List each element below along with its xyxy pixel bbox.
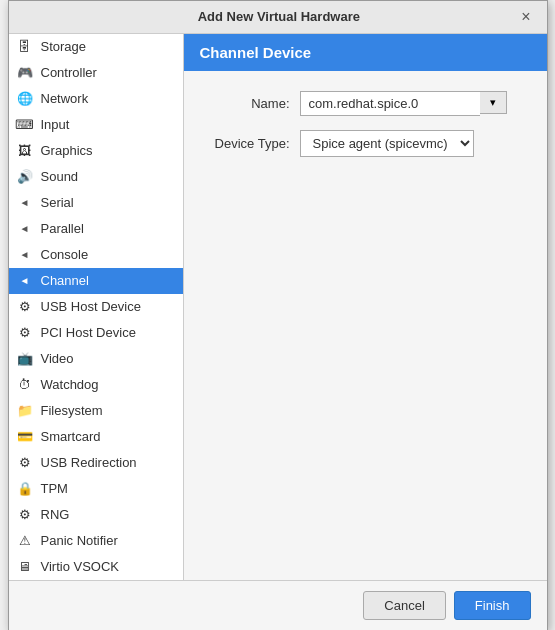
sidebar-item-controller[interactable]: 🎮 Controller — [9, 60, 183, 86]
sidebar-item-panic-notifier[interactable]: ⚠ Panic Notifier — [9, 528, 183, 554]
panel-header: Channel Device — [184, 34, 547, 71]
finish-button[interactable]: Finish — [454, 591, 531, 620]
name-input[interactable] — [300, 91, 480, 116]
sidebar-item-serial[interactable]: ◄ Serial — [9, 190, 183, 216]
name-row: Name: ▾ — [200, 91, 531, 116]
sidebar-item-network[interactable]: 🌐 Network — [9, 86, 183, 112]
sidebar-item-label: PCI Host Device — [41, 325, 136, 340]
sidebar-item-label: Channel — [41, 273, 89, 288]
sidebar-item-label: Storage — [41, 39, 87, 54]
sidebar-item-label: Video — [41, 351, 74, 366]
sidebar-item-virtio-vsock[interactable]: 🖥 Virtio VSOCK — [9, 554, 183, 580]
add-hardware-dialog: Add New Virtual Hardware × 🗄 Storage 🎮 C… — [8, 0, 548, 630]
sidebar-item-input[interactable]: ⌨ Input — [9, 112, 183, 138]
network-icon: 🌐 — [17, 91, 33, 107]
vsock-icon: 🖥 — [17, 559, 33, 575]
sidebar: 🗄 Storage 🎮 Controller 🌐 Network ⌨ Input… — [9, 34, 184, 580]
sidebar-item-usb-redirection[interactable]: ⚙ USB Redirection — [9, 450, 183, 476]
device-type-input-wrap: Spice agent (spicevmc) — [300, 130, 474, 157]
graphics-icon: 🖼 — [17, 143, 33, 159]
sidebar-item-watchdog[interactable]: ⏱ Watchdog — [9, 372, 183, 398]
sidebar-item-label: Filesystem — [41, 403, 103, 418]
dialog-title: Add New Virtual Hardware — [41, 9, 518, 24]
input-icon: ⌨ — [17, 117, 33, 133]
video-icon: 📺 — [17, 351, 33, 367]
device-type-label: Device Type: — [200, 136, 290, 151]
sidebar-item-label: TPM — [41, 481, 68, 496]
name-dropdown-button[interactable]: ▾ — [480, 91, 507, 114]
sidebar-item-label: Virtio VSOCK — [41, 559, 120, 574]
serial-icon: ◄ — [17, 195, 33, 211]
sidebar-item-pci-host-device[interactable]: ⚙ PCI Host Device — [9, 320, 183, 346]
sidebar-item-label: Parallel — [41, 221, 84, 236]
dialog-content: 🗄 Storage 🎮 Controller 🌐 Network ⌨ Input… — [9, 34, 547, 580]
sidebar-item-parallel[interactable]: ◄ Parallel — [9, 216, 183, 242]
sidebar-item-channel[interactable]: ◄ Channel — [9, 268, 183, 294]
sidebar-item-label: Graphics — [41, 143, 93, 158]
close-button[interactable]: × — [517, 9, 534, 25]
sidebar-item-filesystem[interactable]: 📁 Filesystem — [9, 398, 183, 424]
sidebar-item-label: Input — [41, 117, 70, 132]
console-icon: ◄ — [17, 247, 33, 263]
controller-icon: 🎮 — [17, 65, 33, 81]
usb-redir-icon: ⚙ — [17, 455, 33, 471]
channel-icon: ◄ — [17, 273, 33, 289]
pci-host-icon: ⚙ — [17, 325, 33, 341]
cancel-button[interactable]: Cancel — [363, 591, 445, 620]
device-type-row: Device Type: Spice agent (spicevmc) — [200, 130, 531, 157]
sidebar-item-storage[interactable]: 🗄 Storage — [9, 34, 183, 60]
name-label: Name: — [200, 96, 290, 111]
sidebar-item-label: USB Redirection — [41, 455, 137, 470]
panic-icon: ⚠ — [17, 533, 33, 549]
sidebar-item-label: Smartcard — [41, 429, 101, 444]
device-type-select[interactable]: Spice agent (spicevmc) — [300, 130, 474, 157]
sidebar-item-smartcard[interactable]: 💳 Smartcard — [9, 424, 183, 450]
sidebar-item-video[interactable]: 📺 Video — [9, 346, 183, 372]
sidebar-item-console[interactable]: ◄ Console — [9, 242, 183, 268]
sidebar-item-sound[interactable]: 🔊 Sound — [9, 164, 183, 190]
sidebar-item-rng[interactable]: ⚙ RNG — [9, 502, 183, 528]
name-input-wrap: ▾ — [300, 91, 507, 116]
sidebar-item-tpm[interactable]: 🔒 TPM — [9, 476, 183, 502]
rng-icon: ⚙ — [17, 507, 33, 523]
usb-host-icon: ⚙ — [17, 299, 33, 315]
sidebar-item-usb-host-device[interactable]: ⚙ USB Host Device — [9, 294, 183, 320]
tpm-icon: 🔒 — [17, 481, 33, 497]
title-bar: Add New Virtual Hardware × — [9, 1, 547, 34]
sidebar-item-label: Controller — [41, 65, 97, 80]
sidebar-item-label: Network — [41, 91, 89, 106]
main-panel: Channel Device Name: ▾ Device Type: Spic… — [184, 34, 547, 580]
sidebar-item-label: Serial — [41, 195, 74, 210]
sidebar-item-label: Panic Notifier — [41, 533, 118, 548]
sidebar-item-graphics[interactable]: 🖼 Graphics — [9, 138, 183, 164]
smartcard-icon: 💳 — [17, 429, 33, 445]
sound-icon: 🔊 — [17, 169, 33, 185]
sidebar-item-label: Console — [41, 247, 89, 262]
sidebar-item-label: USB Host Device — [41, 299, 141, 314]
dialog-footer: Cancel Finish — [9, 580, 547, 630]
filesystem-icon: 📁 — [17, 403, 33, 419]
sidebar-item-label: Sound — [41, 169, 79, 184]
parallel-icon: ◄ — [17, 221, 33, 237]
watchdog-icon: ⏱ — [17, 377, 33, 393]
storage-icon: 🗄 — [17, 39, 33, 55]
sidebar-item-label: RNG — [41, 507, 70, 522]
panel-body: Name: ▾ Device Type: Spice agent (spicev… — [184, 71, 547, 580]
sidebar-item-label: Watchdog — [41, 377, 99, 392]
